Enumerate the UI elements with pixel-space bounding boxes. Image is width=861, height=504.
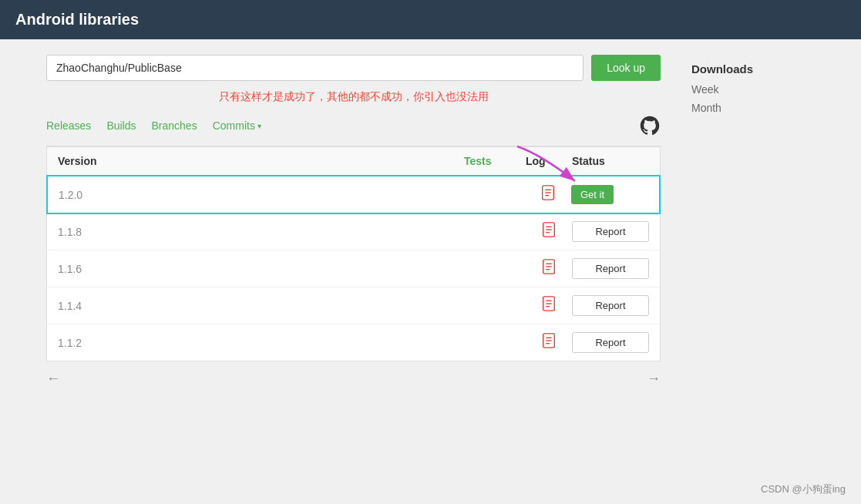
app-header: Android libraries: [0, 0, 861, 39]
log-icon[interactable]: [526, 332, 572, 353]
log-icon[interactable]: [525, 184, 571, 205]
left-panel: Look up 只有这样才是成功了，其他的都不成功，你引入也没法用 Releas…: [46, 55, 661, 396]
tab-builds[interactable]: Builds: [106, 119, 136, 135]
downloads-month: Month: [691, 102, 815, 114]
version-label: 1.1.6: [58, 263, 464, 275]
downloads-title: Downloads: [691, 62, 815, 76]
version-label: 1.1.4: [58, 300, 464, 312]
versions-table: Version Tests Log Status 1.2.0: [46, 146, 661, 361]
report-button[interactable]: Report: [572, 295, 649, 316]
lookup-button[interactable]: Look up: [591, 55, 661, 81]
col-log: Log: [526, 155, 572, 167]
table-row: 1.1.2 Report: [47, 324, 660, 361]
log-icon[interactable]: [526, 295, 572, 316]
right-panel: Downloads Week Month: [691, 55, 815, 396]
chevron-down-icon: ▾: [257, 122, 261, 130]
version-label: 1.2.0: [59, 189, 463, 201]
downloads-week: Week: [691, 83, 815, 96]
github-icon: [639, 115, 661, 136]
tab-branches[interactable]: Branches: [152, 119, 197, 135]
prev-page[interactable]: ←: [46, 371, 60, 387]
table-row: 1.1.8 Report: [47, 213, 660, 250]
notice-text: 只有这样才是成功了，其他的都不成功，你引入也没法用: [46, 90, 661, 104]
table-row: 1.1.6 Report: [47, 250, 660, 287]
github-icon-wrapper[interactable]: [639, 115, 661, 139]
log-icon[interactable]: [526, 258, 572, 279]
log-icon[interactable]: [526, 221, 572, 242]
table-row: 1.1.4 Report: [47, 287, 660, 324]
col-tests: Tests: [464, 155, 526, 167]
tab-releases[interactable]: Releases: [46, 119, 91, 135]
version-label: 1.1.8: [58, 226, 464, 238]
col-status: Status: [572, 155, 649, 167]
table-header: Version Tests Log Status: [47, 147, 660, 176]
main-content: Look up 只有这样才是成功了，其他的都不成功，你引入也没法用 Releas…: [0, 39, 861, 412]
table-row: 1.2.0 Get it: [46, 175, 661, 214]
search-bar: Look up: [46, 55, 661, 81]
app-title: Android libraries: [15, 11, 846, 29]
next-page[interactable]: →: [647, 371, 661, 387]
get-it-button[interactable]: Get it: [571, 185, 614, 204]
pagination: ← →: [46, 361, 661, 396]
tabs-bar: Releases Builds Branches Commits ▾: [46, 115, 661, 146]
search-input[interactable]: [46, 55, 584, 81]
report-button[interactable]: Report: [572, 258, 649, 279]
report-button[interactable]: Report: [572, 332, 649, 353]
watermark: CSDN @小狗蛋ing: [761, 482, 846, 496]
col-version: Version: [58, 155, 464, 167]
report-button[interactable]: Report: [572, 221, 649, 242]
tab-commits[interactable]: Commits ▾: [213, 119, 261, 135]
version-label: 1.1.2: [58, 337, 464, 349]
